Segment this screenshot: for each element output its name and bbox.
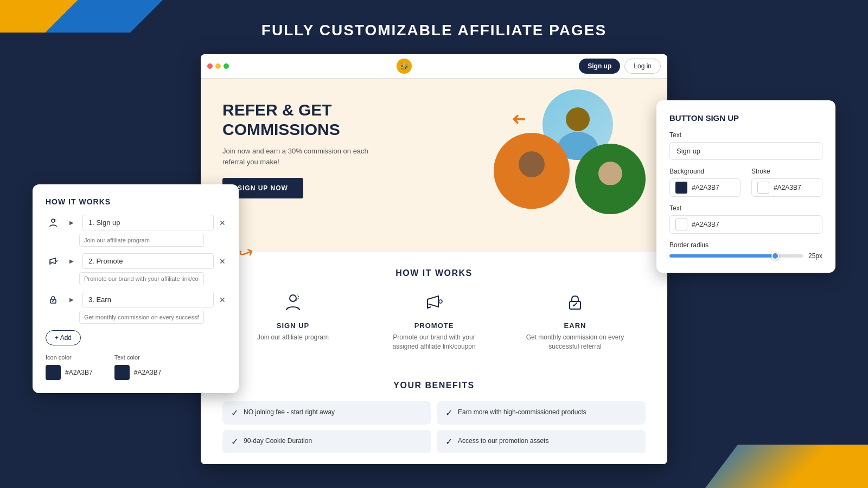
bsp-background-col: Background #A2A3B7: [669, 168, 741, 197]
step-3-play-button[interactable]: ▶: [66, 294, 77, 305]
step-1-sub-input[interactable]: [79, 234, 204, 247]
step-2-sub-input[interactable]: [79, 272, 204, 285]
slider-track[interactable]: [669, 254, 803, 258]
slider-thumb[interactable]: [771, 252, 779, 260]
step-promote: PROMOTE Promote our brand with your assi…: [380, 289, 488, 351]
browser-nav-buttons: Sign up Log in: [579, 59, 661, 74]
step-3-sub-input-container: [79, 311, 226, 324]
slider-value: 25px: [808, 252, 822, 260]
dot-maximize: [224, 63, 229, 69]
check-icon-2: ✓: [445, 408, 452, 418]
panel-step-row-1: ▶ ✕: [46, 215, 226, 230]
how-it-works-title: HOW IT WORKS: [222, 268, 646, 278]
bsp-background-label: Background: [669, 168, 741, 175]
svg-point-4: [598, 162, 622, 185]
steps-row: SIGN UP Join our affiliate program PROMO…: [222, 289, 646, 351]
bsp-stroke-label: Stroke: [751, 168, 822, 175]
benefit-item-3: ✓ 90-day Cookie Duration: [222, 430, 431, 453]
benefit-text-4: Access to our promotion assets: [458, 437, 548, 446]
step-1-input[interactable]: [82, 215, 214, 230]
benefits-section: YOUR BENEFITS ✓ NO joining fee - start r…: [201, 381, 667, 464]
browser-login-button[interactable]: Log in: [624, 59, 661, 74]
step-2-sub-input-container: [79, 272, 226, 285]
benefit-item-4: ✓ Access to our promotion assets: [437, 430, 646, 453]
text-color-row: #A2A3B7: [114, 365, 162, 380]
svg-point-10: [56, 260, 58, 261]
svg-point-9: [52, 219, 55, 222]
step-3-delete-button[interactable]: ✕: [219, 296, 226, 304]
hero-subtitle: Join now and earn a 30% commission on ea…: [222, 146, 385, 167]
bsp-text-color-label: Text: [669, 204, 822, 212]
browser-mockup: 🐝 Sign up Log in REFER & GET COMMISSIONS…: [201, 54, 667, 464]
icon-color-label: Icon color: [46, 354, 93, 361]
step-3-sub-input[interactable]: [79, 311, 204, 324]
step-earn-icon: [561, 289, 589, 316]
icon-color-value: #A2A3B7: [65, 369, 93, 376]
bsp-color-row-container: Background #A2A3B7 Stroke #A2A3B7: [669, 168, 822, 197]
hero-title: REFER & GET COMMISSIONS: [222, 100, 407, 139]
step-1-play-button[interactable]: ▶: [66, 217, 77, 228]
svg-point-7: [439, 300, 442, 303]
add-step-button[interactable]: + Add: [46, 330, 81, 345]
color-section: Icon color #A2A3B7 Text color #A2A3B7: [46, 354, 226, 380]
person-3-avatar: [575, 144, 646, 214]
check-icon-4: ✓: [445, 436, 452, 447]
bsp-stroke-value: #A2A3B7: [774, 184, 801, 191]
text-color-swatch[interactable]: [114, 365, 130, 380]
benefit-item-2: ✓ Earn more with high-commissioned produ…: [437, 401, 646, 425]
benefits-title: YOUR BENEFITS: [222, 381, 646, 390]
step-2-input[interactable]: [82, 253, 214, 269]
dot-close: [207, 63, 213, 69]
browser-chrome: 🐝 Sign up Log in: [201, 54, 667, 79]
bsp-text-swatch[interactable]: [675, 219, 687, 230]
bsp-stroke-col: Stroke #A2A3B7: [751, 168, 822, 197]
benefit-text-1: NO joining fee - start right away: [244, 408, 335, 417]
bsp-text-color-value: #A2A3B7: [692, 221, 719, 228]
step-promote-name: PROMOTE: [414, 322, 454, 330]
step-2-play-button[interactable]: ▶: [66, 256, 77, 267]
browser-signup-button[interactable]: Sign up: [579, 59, 620, 74]
step-earn-desc: Get monthly commission on every successf…: [521, 333, 629, 351]
check-icon-1: ✓: [231, 408, 238, 418]
text-color-value: #A2A3B7: [134, 369, 162, 376]
benefit-item-1: ✓ NO joining fee - start right away: [222, 401, 431, 425]
border-radius-slider-container: 25px: [669, 252, 822, 260]
step-signup-name: SIGN UP: [277, 322, 309, 330]
step-1-delete-button[interactable]: ✕: [219, 219, 226, 227]
icon-color-swatch[interactable]: [46, 365, 61, 380]
bsp-background-swatch[interactable]: [675, 182, 687, 194]
step-promote-desc: Promote our brand with your assigned aff…: [380, 333, 488, 351]
bsp-text-color-row: #A2A3B7: [669, 215, 822, 234]
step-promote-icon: [420, 289, 448, 316]
bsp-text-input[interactable]: [669, 142, 822, 160]
step-1-sub-input-container: [79, 234, 226, 247]
step-signup-desc: Join our affiliate program: [257, 333, 329, 342]
panel-step-row-3: ▶ ✕: [46, 292, 226, 307]
benefit-text-3: 90-day Cookie Duration: [244, 437, 312, 446]
browser-logo: 🐝: [397, 59, 412, 74]
bsp-stroke-color-row: #A2A3B7: [751, 178, 822, 197]
step-earn: EARN Get monthly commission on every suc…: [521, 289, 629, 351]
bsp-background-value: #A2A3B7: [692, 184, 719, 191]
bsp-title: BUTTON SIGN UP: [669, 113, 822, 123]
bsp-stroke-swatch[interactable]: [757, 182, 769, 194]
slider-row: 25px: [669, 252, 822, 260]
bsp-background-color-row: #A2A3B7: [669, 178, 741, 197]
bsp-text-label: Text: [669, 131, 822, 139]
button-signup-panel: BUTTON SIGN UP Text Background #A2A3B7 S…: [656, 100, 835, 273]
icon-color-group: Icon color #A2A3B7: [46, 354, 93, 380]
bsp-border-radius-label: Border radius: [669, 241, 822, 249]
step-2-delete-button[interactable]: ✕: [219, 257, 226, 266]
check-icon-3: ✓: [231, 436, 238, 447]
text-color-label: Text color: [114, 354, 162, 361]
how-it-works-panel: HOW IT WORKS ▶ ✕ ▶ ✕: [33, 184, 239, 393]
svg-point-0: [566, 107, 590, 131]
step-3-input[interactable]: [82, 292, 214, 307]
step-signup: SIGN UP Join our affiliate program: [239, 289, 347, 351]
panel-title: HOW IT WORKS: [46, 197, 226, 206]
svg-point-3: [509, 178, 554, 209]
step-earn-name: EARN: [564, 322, 586, 330]
text-color-group: Text color #A2A3B7: [114, 354, 162, 380]
panel-step-icon-2: [46, 254, 61, 269]
person-2-avatar: [494, 133, 570, 209]
